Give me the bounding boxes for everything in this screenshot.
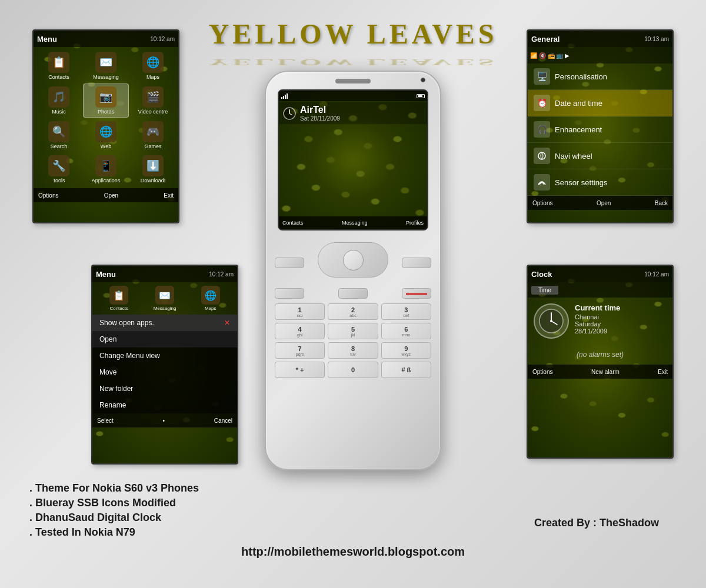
page-title: YELLOW LEAVES [208, 18, 497, 50]
context-move[interactable]: Move [92, 364, 237, 380]
key-4[interactable]: 4 ghi [275, 323, 325, 339]
strip-maps[interactable]: 🌐 Maps [201, 286, 220, 311]
settings-personalisation[interactable]: 🖥️ Personalisation [528, 64, 672, 90]
key-1[interactable]: 1 αω [275, 303, 325, 320]
general-status-icons: 📶 🔇 📻 📺 ▶ [530, 52, 570, 59]
general-time: 10:13 am [644, 36, 669, 42]
clock-options[interactable]: Options [532, 369, 552, 375]
clock-title: Clock [531, 270, 552, 279]
settings-datetime[interactable]: ⏰ Date and time [528, 90, 672, 116]
context-open-label: Open [99, 335, 116, 343]
menu-top-options[interactable]: Options [38, 192, 58, 199]
general-footer: Options Open Back [528, 196, 672, 210]
clock-exit[interactable]: Exit [658, 369, 668, 375]
key-3[interactable]: 3 def [381, 303, 431, 320]
end-call-btn[interactable] [402, 288, 431, 299]
key-0[interactable]: 0 [328, 362, 378, 378]
phone-key-messaging[interactable]: Messaging [342, 220, 368, 226]
phone-carrier-name: AirTel [300, 105, 340, 115]
context-x-icon: ✕ [224, 319, 230, 327]
games-icon: 🎮 [142, 121, 164, 142]
context-show-apps[interactable]: Show open apps. ✕ [92, 315, 237, 331]
enhancement-icon: 🎧 [534, 121, 550, 138]
menu-bottom-select[interactable]: Select [97, 417, 114, 424]
menu-top-exit[interactable]: Exit [164, 192, 174, 199]
personalisation-label: Personalisation [555, 72, 607, 81]
menu-item-contacts[interactable]: 📋 Contacts [36, 49, 82, 82]
key-8[interactable]: 8 tuv [328, 342, 378, 359]
phone-key-profiles[interactable]: Profiles [406, 220, 424, 226]
menu-item-music[interactable]: 🎵 Music [36, 83, 82, 118]
contacts-label: Contacts [48, 74, 69, 80]
menu-item-maps[interactable]: 🌐 Maps [130, 49, 176, 82]
key-2[interactable]: 2 abc [328, 303, 378, 320]
settings-enhancement[interactable]: 🎧 Enhancement [528, 116, 672, 143]
menu-item-search[interactable]: 🔍 Search [36, 119, 82, 152]
key-8-sub: tuv [350, 352, 355, 356]
context-open[interactable]: Open [92, 331, 237, 348]
menu-btn[interactable] [338, 288, 368, 299]
menu-top-title: Menu [37, 35, 57, 44]
menu-item-applications[interactable]: 📱 Applications [83, 153, 129, 186]
context-menu: Show open apps. ✕ Open Change Menu view … [92, 315, 237, 413]
context-change-view[interactable]: Change Menu view [92, 348, 237, 364]
settings-naviwheel[interactable]: Navi wheel [528, 143, 672, 169]
general-title: General [531, 35, 560, 44]
clock-tab-time[interactable]: Time [531, 286, 558, 295]
battery-icon [417, 94, 425, 98]
general-status-bar: 📶 🔇 📻 📺 ▶ [528, 47, 672, 64]
menu-item-download[interactable]: ⬇️ Download! [130, 153, 176, 186]
strip-contacts[interactable]: 📋 Contacts [109, 286, 128, 311]
general-back[interactable]: Back [655, 200, 668, 206]
menu-item-video[interactable]: 🎬 Video centre [130, 83, 176, 118]
info-line-3: . DhanuSaud Digital Clock [29, 512, 199, 524]
strip-messaging[interactable]: ✉️ Messaging [154, 286, 176, 311]
phone-key-contacts[interactable]: Contacts [282, 220, 304, 226]
menu-item-photos[interactable]: 📷 Photos [83, 83, 129, 118]
call-btn[interactable] [275, 288, 304, 299]
context-new-folder[interactable]: New folder [92, 380, 237, 397]
key-2-main: 2 [351, 306, 355, 313]
video-label: Video centre [138, 109, 168, 115]
settings-sensor[interactable]: Sensor settings [528, 169, 672, 196]
left-softkey-btn[interactable] [275, 258, 304, 268]
nav-cluster[interactable] [318, 242, 388, 278]
right-softkey-btn[interactable] [402, 258, 431, 268]
general-open[interactable]: Open [597, 200, 611, 206]
general-options[interactable]: Options [532, 200, 552, 206]
menu-item-messaging[interactable]: ✉️ Messaging [83, 49, 129, 82]
menu-bottom-title: Menu [96, 270, 116, 279]
nav-center-button[interactable] [343, 250, 364, 270]
info-line-1: . Theme For Nokia S60 v3 Phones [29, 482, 199, 495]
search-label: Search [51, 143, 68, 149]
context-rename[interactable]: Rename [92, 397, 237, 413]
phone-screen-softkeys: Contacts Messaging Profiles [279, 216, 427, 229]
key-7[interactable]: 7 pqrs [275, 342, 325, 359]
datetime-label: Date and time [555, 99, 602, 108]
context-rename-label: Rename [99, 401, 126, 409]
key-5[interactable]: 5 jkl [328, 323, 378, 339]
clock-new-alarm[interactable]: New alarm [591, 369, 620, 375]
key-hash[interactable]: # ß [381, 362, 431, 378]
naviwheel-label: Navi wheel [555, 152, 592, 161]
datetime-icon: ⏰ [534, 95, 550, 111]
messaging-icon: ✉️ [95, 52, 116, 73]
applications-icon: 📱 [95, 155, 116, 176]
key-6[interactable]: 6 mno [381, 323, 431, 339]
menu-bottom-cancel[interactable]: Cancel [214, 417, 232, 424]
clock-day: Saturday [575, 320, 620, 328]
battery-fill [418, 95, 422, 97]
key-9[interactable]: 9 wxyz [381, 342, 431, 359]
key-0-main: 0 [351, 366, 355, 373]
svg-point-0 [538, 152, 545, 159]
key-star[interactable]: * + [275, 362, 325, 378]
menu-top-open[interactable]: Open [104, 192, 118, 199]
menu-item-web[interactable]: 🌐 Web [83, 119, 129, 152]
strip-messaging-label: Messaging [154, 306, 176, 311]
menu-item-tools[interactable]: 🔧 Tools [36, 153, 82, 186]
phone-device: AirTel Sat 28/11/2009 Contacts Messaging… [253, 71, 453, 494]
menu-item-games[interactable]: 🎮 Games [130, 119, 176, 152]
website-text[interactable]: http://mobilethemesworld.blogspot.com [241, 545, 465, 559]
clock-header: Clock 10:12 am [528, 266, 672, 282]
sensor-icon [534, 174, 550, 191]
